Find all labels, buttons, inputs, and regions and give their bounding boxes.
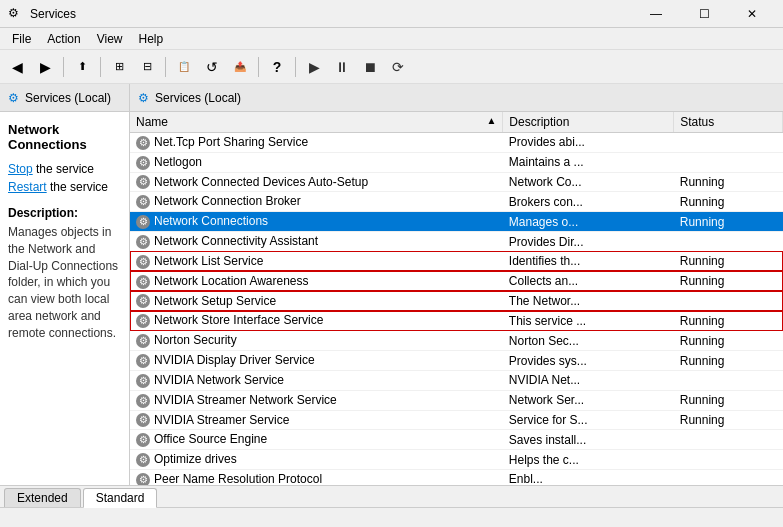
services-table-container[interactable]: Name ▲ Description Status ⚙Net.Tcp Port … xyxy=(130,112,783,485)
cell-description: Network Co... xyxy=(503,172,674,192)
menu-help[interactable]: Help xyxy=(131,30,172,48)
cell-service-name: ⚙Network Connections xyxy=(130,212,503,232)
pause-button[interactable]: ⏸ xyxy=(329,54,355,80)
right-panel-header: ⚙ Services (Local) xyxy=(130,84,783,112)
menu-action[interactable]: Action xyxy=(39,30,88,48)
table-row[interactable]: ⚙Network Location AwarenessCollects an..… xyxy=(130,271,783,291)
table-row[interactable]: ⚙Optimize drivesHelps the c... xyxy=(130,450,783,470)
table-row[interactable]: ⚙Network Connected Devices Auto-SetupNet… xyxy=(130,172,783,192)
restart-action-line: Restart the service xyxy=(8,180,121,194)
cell-description: Enbl... xyxy=(503,470,674,485)
cell-service-name: ⚙NVIDIA Streamer Network Service xyxy=(130,390,503,410)
table-row[interactable]: ⚙Network Connection BrokerBrokers con...… xyxy=(130,192,783,212)
description-label: Description: xyxy=(8,206,121,220)
table-row[interactable]: ⚙NetlogonMaintains a ... xyxy=(130,152,783,172)
properties-button[interactable]: 📋 xyxy=(171,54,197,80)
show-hide-button[interactable]: ⊞ xyxy=(106,54,132,80)
export-button[interactable]: 📤 xyxy=(227,54,253,80)
cell-status: Running xyxy=(674,390,783,410)
show-hide-button2[interactable]: ⊟ xyxy=(134,54,160,80)
table-row[interactable]: ⚙NVIDIA Streamer Network ServiceNetwork … xyxy=(130,390,783,410)
cell-description: Collects an... xyxy=(503,271,674,291)
service-icon: ⚙ xyxy=(136,314,150,328)
app-icon: ⚙ xyxy=(8,6,24,22)
cell-status xyxy=(674,152,783,172)
restart-link[interactable]: Restart xyxy=(8,180,47,194)
service-icon: ⚙ xyxy=(136,235,150,249)
cell-service-name: ⚙NVIDIA Display Driver Service xyxy=(130,351,503,371)
service-name-text: Net.Tcp Port Sharing Service xyxy=(154,135,308,149)
cell-description: Provides sys... xyxy=(503,351,674,371)
service-name-text: Peer Name Resolution Protocol xyxy=(154,472,322,485)
cell-status xyxy=(674,450,783,470)
service-name-text: Optimize drives xyxy=(154,452,237,466)
up-button[interactable]: ⬆ xyxy=(69,54,95,80)
cell-status xyxy=(674,430,783,450)
cell-description: Network Ser... xyxy=(503,390,674,410)
cell-service-name: ⚙Peer Name Resolution Protocol xyxy=(130,470,503,485)
tab-standard[interactable]: Standard xyxy=(83,488,158,508)
service-icon: ⚙ xyxy=(136,394,150,408)
table-row[interactable]: ⚙NVIDIA Display Driver ServiceProvides s… xyxy=(130,351,783,371)
sort-arrow-icon: ▲ xyxy=(486,115,496,126)
table-row[interactable]: ⚙Net.Tcp Port Sharing ServiceProvides ab… xyxy=(130,133,783,153)
title-bar: ⚙ Services — ☐ ✕ xyxy=(0,0,783,28)
toolbar-separator-5 xyxy=(295,57,296,77)
back-button[interactable]: ◀ xyxy=(4,54,30,80)
left-panel-header: ⚙ Services (Local) xyxy=(0,84,129,112)
col-header-description[interactable]: Description xyxy=(503,112,674,133)
left-panel: ⚙ Services (Local) Network Connections S… xyxy=(0,84,130,485)
minimize-button[interactable]: — xyxy=(633,0,679,28)
cell-service-name: ⚙Network Store Interface Service xyxy=(130,311,503,331)
restart-button[interactable]: ⟳ xyxy=(385,54,411,80)
stop-link[interactable]: Stop xyxy=(8,162,33,176)
table-row[interactable]: ⚙Network ConnectionsManages o...Running xyxy=(130,212,783,232)
service-icon: ⚙ xyxy=(136,453,150,467)
cell-description: Provides Dir... xyxy=(503,232,674,252)
menu-view[interactable]: View xyxy=(89,30,131,48)
service-name-text: Netlogon xyxy=(154,155,202,169)
forward-button[interactable]: ▶ xyxy=(32,54,58,80)
table-row[interactable]: ⚙Network Setup ServiceThe Networ... xyxy=(130,291,783,311)
table-row[interactable]: ⚙Network List ServiceIdentifies th...Run… xyxy=(130,251,783,271)
right-panel-title: Services (Local) xyxy=(155,91,241,105)
service-name-text: Network Setup Service xyxy=(154,294,276,308)
refresh-button[interactable]: ↺ xyxy=(199,54,225,80)
table-row[interactable]: ⚙Norton SecurityNorton Sec...Running xyxy=(130,331,783,351)
stop-button[interactable]: ⏹ xyxy=(357,54,383,80)
table-row[interactable]: ⚙Network Connectivity AssistantProvides … xyxy=(130,232,783,252)
selected-service-name: Network Connections xyxy=(8,122,121,152)
play-button[interactable]: ▶ xyxy=(301,54,327,80)
table-row[interactable]: ⚙Network Store Interface ServiceThis ser… xyxy=(130,311,783,331)
table-row[interactable]: ⚙NVIDIA Streamer ServiceService for S...… xyxy=(130,410,783,430)
table-row[interactable]: ⚙Office Source EngineSaves install... xyxy=(130,430,783,450)
close-button[interactable]: ✕ xyxy=(729,0,775,28)
service-icon: ⚙ xyxy=(136,354,150,368)
cell-status xyxy=(674,232,783,252)
service-name-text: Network Connected Devices Auto-Setup xyxy=(154,175,368,189)
description-text: Manages objects in the Network and Dial-… xyxy=(8,224,121,342)
maximize-button[interactable]: ☐ xyxy=(681,0,727,28)
status-bar xyxy=(0,507,783,527)
stop-suffix: the service xyxy=(33,162,94,176)
cell-service-name: ⚙Netlogon xyxy=(130,152,503,172)
table-row[interactable]: ⚙Peer Name Resolution ProtocolEnbl... xyxy=(130,470,783,485)
cell-service-name: ⚙Network Setup Service xyxy=(130,291,503,311)
menu-file[interactable]: File xyxy=(4,30,39,48)
cell-description: Manages o... xyxy=(503,212,674,232)
service-name-text: Network Store Interface Service xyxy=(154,313,323,327)
col-header-name[interactable]: Name ▲ xyxy=(130,112,503,133)
cell-description: Maintains a ... xyxy=(503,152,674,172)
service-icon: ⚙ xyxy=(136,275,150,289)
cell-status xyxy=(674,470,783,485)
table-row[interactable]: ⚙NVIDIA Network ServiceNVIDIA Net... xyxy=(130,370,783,390)
service-icon: ⚙ xyxy=(136,255,150,269)
col-header-status[interactable]: Status xyxy=(674,112,783,133)
service-icon: ⚙ xyxy=(136,294,150,308)
tab-extended[interactable]: Extended xyxy=(4,488,81,507)
cell-service-name: ⚙Network Connection Broker xyxy=(130,192,503,212)
service-icon: ⚙ xyxy=(136,334,150,348)
cell-description: Service for S... xyxy=(503,410,674,430)
service-icon: ⚙ xyxy=(136,215,150,229)
help-button[interactable]: ? xyxy=(264,54,290,80)
